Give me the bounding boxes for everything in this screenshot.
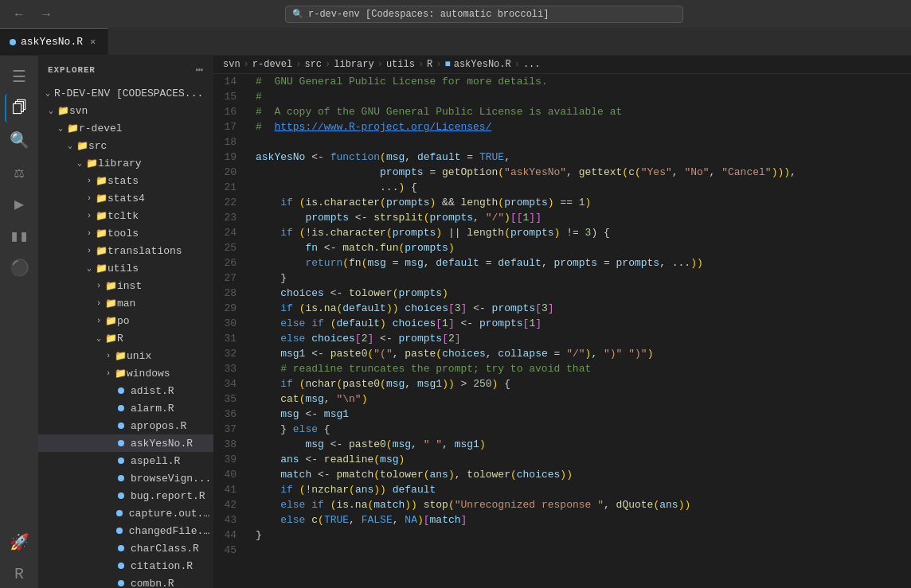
sidebar-item-tcltk[interactable]: › 📁 tcltk (38, 207, 213, 224)
sidebar-content[interactable]: ⌄ R-DEV-ENV [CODESPACES... ⌄ 📁 svn ⌄ 📁 r… (38, 84, 213, 588)
ln-29: 29 (213, 301, 243, 316)
charClass-file-icon (115, 542, 127, 555)
code-line-36: msg <- msg1 (256, 407, 911, 422)
combn-label: combn.R (131, 578, 174, 589)
library-folder-icon: 📁 (86, 158, 98, 169)
sidebar-item-library[interactable]: ⌄ 📁 library (38, 154, 213, 172)
sidebar-item-charClass[interactable]: › charClass.R (38, 539, 213, 557)
breadcrumb-utils[interactable]: utils (386, 59, 415, 70)
sidebar-item-browseVign[interactable]: › browseVign... (38, 469, 213, 487)
activity-run-icon[interactable]: ▶ (5, 189, 33, 218)
stats4-label: stats4 (108, 193, 145, 204)
code-line-16: # A copy of the GNU General Public Licen… (256, 104, 911, 119)
R-folder-icon: 📁 (105, 333, 117, 345)
activity-menu-icon[interactable]: ☰ (5, 62, 33, 91)
breadcrumb-library[interactable]: library (334, 59, 373, 70)
ln-17: 17 (213, 119, 243, 134)
sidebar-item-citation[interactable]: › citation.R (38, 557, 213, 574)
sidebar-item-windows[interactable]: › 📁 windows (38, 364, 213, 382)
code-line-27: } (256, 271, 911, 286)
sidebar-item-combn[interactable]: › combn.R (38, 574, 213, 588)
sidebar-item-askYesNo[interactable]: › askYesNo.R (38, 434, 213, 452)
stats4-arrow-icon: › (83, 194, 96, 203)
code-content[interactable]: # GNU General Public License for more de… (249, 74, 911, 588)
sidebar-item-inst[interactable]: › 📁 inst (38, 277, 213, 294)
forward-button[interactable]: → (35, 6, 57, 23)
sidebar-item-po[interactable]: › 📁 po (38, 312, 213, 329)
ln-25: 25 (213, 240, 243, 255)
sidebar-item-rdevel[interactable]: ⌄ 📁 r-devel (38, 119, 213, 137)
sidebar-item-src[interactable]: ⌄ 📁 src (38, 137, 213, 154)
activity-r-icon[interactable]: R (5, 559, 33, 588)
sidebar-item-svn[interactable]: ⌄ 📁 svn (38, 102, 213, 119)
sidebar-item-adist[interactable]: › adist.R (38, 382, 213, 399)
rdevel-label: r-devel (79, 123, 123, 134)
ln-19: 19 (213, 150, 243, 165)
alarm-label: alarm.R (131, 403, 174, 415)
code-line-21: ...) { (256, 180, 911, 195)
nav-buttons[interactable]: ← → (8, 6, 57, 23)
file-dot-icon (10, 39, 16, 45)
ln-39: 39 (213, 452, 243, 467)
tab-close-button[interactable]: ✕ (88, 35, 98, 49)
breadcrumb-src[interactable]: src (304, 59, 322, 70)
title-bar: ← → 🔍 r-dev-env [Codespaces: automatic b… (0, 0, 911, 28)
po-label: po (117, 315, 130, 327)
back-button[interactable]: ← (8, 6, 30, 23)
activity-remote-icon[interactable]: 🚀 (5, 528, 33, 556)
sidebar-item-bug-report[interactable]: › bug.report.R (38, 487, 213, 504)
ln-20: 20 (213, 165, 243, 180)
translations-label: translations (108, 245, 182, 257)
sidebar-item-translations[interactable]: › 📁 translations (38, 242, 213, 259)
askYesNo-label: askYesNo.R (131, 438, 193, 450)
citation-file-icon (115, 559, 127, 572)
code-editor[interactable]: 14 15 16 17 18 19 20 21 22 23 24 25 26 2… (213, 74, 911, 588)
sidebar-item-man[interactable]: › 📁 man (38, 294, 213, 312)
sidebar-item-R[interactable]: ⌄ 📁 R (38, 329, 213, 347)
sidebar-item-aspell[interactable]: › aspell.R (38, 452, 213, 469)
translations-folder-icon: 📁 (96, 245, 108, 257)
changedFile-label: changedFile... (129, 525, 213, 537)
activity-search-icon[interactable]: 🔍 (5, 126, 33, 154)
activity-extensions-icon[interactable]: ▮▮ (5, 221, 33, 250)
sidebar-more-button[interactable]: ⋯ (195, 62, 204, 78)
ln-34: 34 (213, 376, 243, 391)
ln-23: 23 (213, 210, 243, 225)
code-line-20: prompts = getOption("askYesNo", gettext(… (256, 165, 911, 180)
breadcrumb-svn[interactable]: svn (223, 59, 240, 70)
root-arrow-icon: ⌄ (41, 88, 54, 98)
breadcrumb-ellipsis[interactable]: ... (523, 59, 541, 70)
sidebar-item-utils[interactable]: ⌄ 📁 utils (38, 259, 213, 277)
src-folder-icon: 📁 (76, 140, 88, 152)
sidebar-item-stats[interactable]: › 📁 stats (38, 172, 213, 189)
man-arrow-icon: › (92, 299, 105, 308)
library-label: library (98, 158, 142, 169)
breadcrumb-R[interactable]: R (427, 59, 432, 70)
activity-source-control-icon[interactable]: ⚖ (5, 158, 33, 186)
sidebar-item-unix[interactable]: › 📁 unix (38, 347, 213, 364)
unix-folder-icon: 📁 (115, 350, 127, 362)
utils-label: utils (108, 263, 139, 275)
sidebar-item-capture-out[interactable]: › capture.out... (38, 504, 213, 522)
man-folder-icon: 📁 (105, 298, 117, 310)
ln-18: 18 (213, 134, 243, 150)
activity-explorer-icon[interactable]: 🗍 (5, 94, 33, 123)
breadcrumb-rdevel[interactable]: r-devel (252, 59, 292, 70)
sidebar-root[interactable]: ⌄ R-DEV-ENV [CODESPACES... (38, 84, 213, 102)
sidebar-item-stats4[interactable]: › 📁 stats4 (38, 189, 213, 207)
svn-arrow-icon: ⌄ (45, 106, 57, 115)
breadcrumb-askYesNo[interactable]: askYesNo.R (454, 59, 511, 70)
sidebar-item-changedFile[interactable]: › changedFile... (38, 522, 213, 539)
capture-out-label: capture.out... (129, 508, 213, 520)
tab-askYesNo[interactable]: askYesNo.R ✕ (0, 28, 108, 55)
code-line-39: ans <- readline(msg) (256, 452, 911, 467)
sidebar-root-label: R-DEV-ENV [CODESPACES... (54, 88, 203, 99)
tools-folder-icon: 📁 (96, 228, 108, 239)
adist-file-icon (115, 384, 127, 397)
title-search-bar[interactable]: 🔍 r-dev-env [Codespaces: automatic brocc… (285, 6, 683, 23)
sidebar-item-tools[interactable]: › 📁 tools (38, 224, 213, 242)
sidebar-item-apropos[interactable]: › apropos.R (38, 417, 213, 434)
apropos-label: apropos.R (131, 420, 186, 432)
activity-github-icon[interactable]: ⚫ (5, 253, 33, 282)
sidebar-item-alarm[interactable]: › alarm.R (38, 399, 213, 417)
